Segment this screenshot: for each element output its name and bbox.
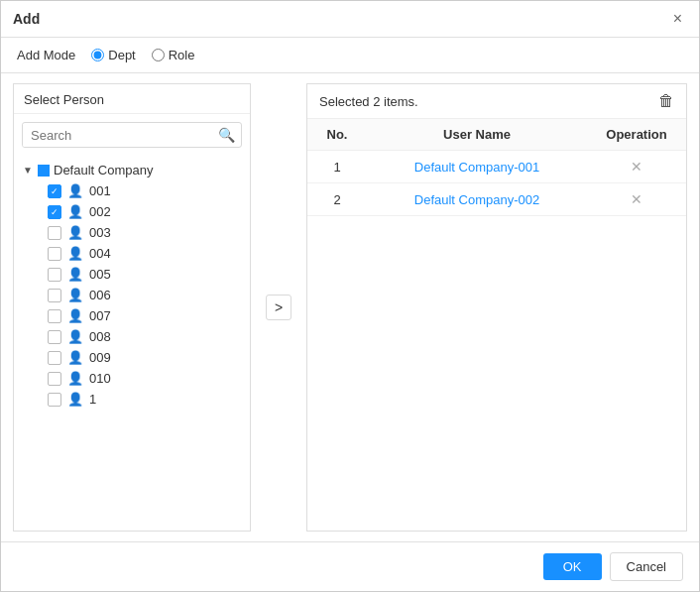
company-folder-icon <box>38 165 50 177</box>
checkbox-007[interactable] <box>48 309 61 323</box>
col-header-operation: Operation <box>587 119 686 150</box>
person-icon-006: 👤 <box>67 288 83 302</box>
remove-button-1[interactable]: ✕ <box>597 159 676 175</box>
search-box: 🔍 <box>22 122 242 148</box>
cell-no-2: 2 <box>307 184 367 215</box>
cancel-button[interactable]: Cancel <box>610 552 683 581</box>
tree-children: 👤 001 👤 002 👤 003 <box>18 180 246 410</box>
tree-expand-arrow: ▼ <box>22 165 34 176</box>
cell-operation-2: ✕ <box>587 183 686 215</box>
left-panel: Select Person 🔍 ▼ Default Company <box>13 83 251 532</box>
list-item: 👤 008 <box>46 326 246 347</box>
select-person-title: Select Person <box>14 84 250 114</box>
trash-icon: 🗑 <box>658 92 674 109</box>
selected-count: Selected 2 items. <box>319 94 418 109</box>
cell-operation-1: ✕ <box>587 151 686 182</box>
checkbox-005[interactable] <box>48 268 61 282</box>
checkbox-002[interactable] <box>48 205 61 219</box>
person-icon-004: 👤 <box>67 246 83 261</box>
cell-username-1: Default Company-001 <box>367 152 587 182</box>
checkbox-009[interactable] <box>48 351 61 365</box>
table-row: 1 Default Company-001 ✕ <box>307 151 686 183</box>
checkbox-008[interactable] <box>48 330 61 344</box>
checkbox-001[interactable] <box>48 184 61 198</box>
person-icon-005: 👤 <box>67 267 83 282</box>
dialog-title-bar: Add × <box>1 1 699 38</box>
radio-dept-input[interactable] <box>91 49 104 61</box>
list-item: 👤 002 <box>46 201 246 222</box>
checkbox-010[interactable] <box>48 372 61 386</box>
add-mode-label: Add Mode <box>17 48 75 62</box>
list-item: 👤 007 <box>46 305 246 326</box>
list-item: 👤 010 <box>46 368 246 389</box>
tree-root-node[interactable]: ▼ Default Company <box>18 160 246 180</box>
dialog-title: Add <box>13 11 40 27</box>
item-label-010: 010 <box>89 371 111 386</box>
item-label-1: 1 <box>89 392 96 407</box>
radio-dept[interactable]: Dept <box>91 48 135 62</box>
person-icon-003: 👤 <box>67 225 83 240</box>
list-item: 👤 004 <box>46 243 246 264</box>
main-content: Select Person 🔍 ▼ Default Company <box>1 73 699 541</box>
checkbox-006[interactable] <box>48 289 61 302</box>
radio-role-input[interactable] <box>152 49 165 61</box>
cell-username-2: Default Company-002 <box>367 184 587 215</box>
ok-button[interactable]: OK <box>543 553 602 580</box>
add-mode-bar: Add Mode Dept Role <box>1 38 699 73</box>
add-mode-radio-group: Dept Role <box>91 48 194 62</box>
dialog-footer: OK Cancel <box>1 541 699 591</box>
right-panel: Selected 2 items. 🗑 No. User Name Operat… <box>306 83 687 532</box>
checkbox-004[interactable] <box>48 247 61 261</box>
checkbox-1[interactable] <box>48 393 61 407</box>
table-row: 2 Default Company-002 ✕ <box>307 183 686 216</box>
list-item: 👤 003 <box>46 222 246 243</box>
search-button[interactable]: 🔍 <box>212 123 241 147</box>
item-label-004: 004 <box>89 246 111 261</box>
col-header-username: User Name <box>367 119 587 150</box>
list-item: 👤 1 <box>46 389 246 410</box>
item-label-002: 002 <box>89 204 111 219</box>
radio-role-label[interactable]: Role <box>169 48 195 62</box>
cell-no-1: 1 <box>307 152 367 182</box>
list-item: 👤 005 <box>46 264 246 285</box>
item-label-008: 008 <box>89 329 111 344</box>
item-label-003: 003 <box>89 225 111 240</box>
table-body: 1 Default Company-001 ✕ 2 Default Compan… <box>307 151 686 531</box>
transfer-button[interactable]: > <box>266 295 292 320</box>
delete-all-button[interactable]: 🗑 <box>658 92 674 110</box>
transfer-button-area: > <box>261 83 296 532</box>
list-item: 👤 009 <box>46 347 246 368</box>
remove-button-2[interactable]: ✕ <box>597 191 676 207</box>
item-label-006: 006 <box>89 288 111 302</box>
list-item: 👤 006 <box>46 285 246 305</box>
list-item: 👤 001 <box>46 180 246 201</box>
item-label-007: 007 <box>89 308 111 323</box>
search-icon: 🔍 <box>218 127 235 143</box>
right-panel-header: Selected 2 items. 🗑 <box>307 84 686 119</box>
company-name: Default Company <box>54 163 153 178</box>
person-icon-1: 👤 <box>67 392 83 407</box>
col-header-no: No. <box>307 119 367 150</box>
item-label-009: 009 <box>89 350 111 365</box>
radio-dept-label[interactable]: Dept <box>108 48 135 62</box>
person-icon-002: 👤 <box>67 204 83 219</box>
search-input[interactable] <box>23 124 212 147</box>
table-header: No. User Name Operation <box>307 119 686 151</box>
add-dialog: Add × Add Mode Dept Role Select Person 🔍 <box>0 0 700 592</box>
item-label-001: 001 <box>89 183 111 198</box>
checkbox-003[interactable] <box>48 226 61 240</box>
person-icon-001: 👤 <box>67 183 83 198</box>
person-icon-010: 👤 <box>67 371 83 386</box>
tree-area: ▼ Default Company 👤 001 👤 002 <box>14 156 250 531</box>
person-icon-009: 👤 <box>67 350 83 365</box>
item-label-005: 005 <box>89 267 111 282</box>
radio-role[interactable]: Role <box>152 48 195 62</box>
close-button[interactable]: × <box>668 9 687 29</box>
person-icon-007: 👤 <box>67 308 83 323</box>
person-icon-008: 👤 <box>67 329 83 344</box>
